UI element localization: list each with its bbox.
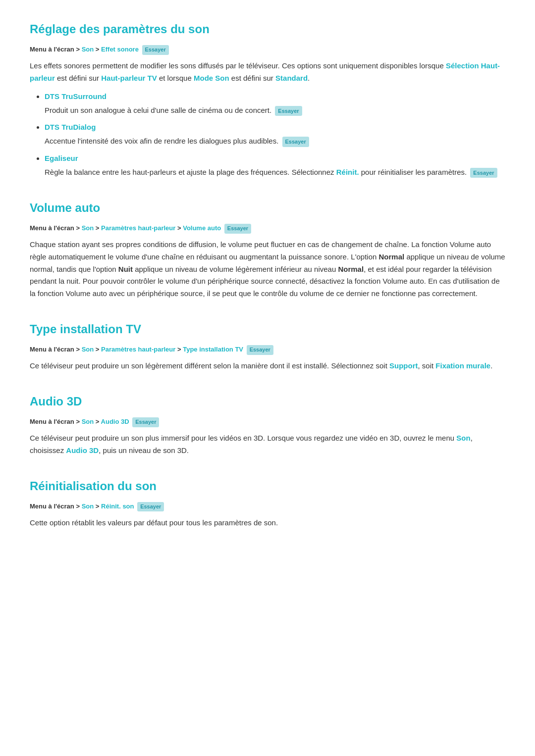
essayer-badge-reglage[interactable]: Essayer: [142, 45, 169, 55]
essayer-badge-trudialog[interactable]: Essayer: [282, 137, 309, 147]
breadcrumb-sep-r2: >: [96, 503, 101, 510]
dts-trudialog-title: DTS TruDialog: [45, 123, 96, 131]
section-type-installation-title: Type installation TV: [30, 320, 505, 339]
breadcrumb-son-r[interactable]: Son: [82, 503, 94, 510]
egaliseur-desc: Règle la balance entre les haut-parleurs…: [45, 166, 505, 179]
volume-auto-body: Chaque station ayant ses propres conditi…: [30, 239, 505, 300]
dts-trusurround-title: DTS TruSurround: [45, 92, 107, 101]
breadcrumb-prefix-a3d: Menu à l'écran: [30, 418, 74, 425]
breadcrumb-son[interactable]: Son: [82, 46, 94, 53]
breadcrumb-sep-va3: >: [177, 224, 183, 232]
highlight-reinit: Réinit.: [336, 168, 359, 176]
breadcrumb-param-hp-ti[interactable]: Paramètres haut-parleur: [101, 346, 175, 353]
dts-trudialog-desc: Accentue l'intensité des voix afin de re…: [45, 135, 505, 148]
essayer-badge-trusurround[interactable]: Essayer: [275, 106, 302, 116]
section-reglage-title: Réglage des paramètres du son: [30, 20, 505, 39]
breadcrumb-son-ti[interactable]: Son: [82, 346, 94, 353]
essayer-badge-egaliseur[interactable]: Essayer: [470, 168, 497, 178]
breadcrumb-prefix-ti: Menu à l'écran: [30, 346, 74, 353]
audio-3d-body: Ce téléviseur peut produire un son plus …: [30, 432, 505, 457]
breadcrumb-sep2: >: [96, 46, 101, 53]
breadcrumb-param-hp-va[interactable]: Paramètres haut-parleur: [101, 224, 175, 232]
section-audio-3d: Audio 3D Menu à l'écran > Son > Audio 3D…: [30, 392, 505, 457]
highlight-standard: Standard: [275, 74, 308, 82]
breadcrumb-son-a3d[interactable]: Son: [82, 418, 94, 425]
section-volume-auto-title: Volume auto: [30, 199, 505, 217]
breadcrumb-prefix-va: Menu à l'écran: [30, 224, 74, 232]
breadcrumb-sep1: >: [76, 46, 81, 53]
breadcrumb-reinitialisation: Menu à l'écran > Son > Réinit. son Essay…: [30, 502, 505, 512]
breadcrumb-son-va[interactable]: Son: [82, 224, 94, 232]
essayer-badge-audio-3d[interactable]: Essayer: [132, 417, 159, 427]
list-item-dts-trudialog: DTS TruDialog Accentue l'intensité des v…: [45, 121, 505, 148]
breadcrumb-sep-r1: >: [76, 503, 81, 510]
essayer-badge-reinitialisation[interactable]: Essayer: [137, 502, 164, 512]
breadcrumb-prefix: Menu à l'écran: [30, 46, 74, 53]
breadcrumb-sep-ti2: >: [96, 346, 101, 353]
section-reinitialisation: Réinitialisation du son Menu à l'écran >…: [30, 477, 505, 529]
reglage-body-text: Les effets sonores permettent de modifie…: [30, 60, 505, 85]
breadcrumb-sep-ti1: >: [76, 346, 81, 353]
highlight-mode-son: Mode Son: [194, 74, 229, 82]
section-volume-auto: Volume auto Menu à l'écran > Son > Param…: [30, 199, 505, 300]
breadcrumb-audio-3d: Menu à l'écran > Son > Audio 3D Essayer: [30, 417, 505, 427]
section-reglage: Réglage des paramètres du son Menu à l'é…: [30, 20, 505, 179]
breadcrumb-sep-a3d1: >: [76, 418, 81, 425]
dts-trusurround-desc: Produit un son analogue à celui d'une sa…: [45, 104, 505, 117]
breadcrumb-reinit-son-link[interactable]: Réinit. son: [101, 503, 134, 510]
essayer-badge-type-installation[interactable]: Essayer: [247, 345, 273, 355]
section-audio-3d-title: Audio 3D: [30, 392, 505, 411]
breadcrumb-sep-va1: >: [76, 224, 81, 232]
highlight-haut-parleur-tv: Haut-parleur TV: [101, 74, 157, 82]
section-type-installation: Type installation TV Menu à l'écran > So…: [30, 320, 505, 372]
highlight-normal: Normal: [379, 252, 405, 261]
highlight-selection-haut-parleur: Sélection Haut-parleur: [30, 61, 500, 82]
highlight-fixation-murale: Fixation murale: [435, 361, 490, 370]
egaliseur-title: Egaliseur: [45, 154, 78, 162]
breadcrumb-reglage: Menu à l'écran > Son > Effet sonore Essa…: [30, 45, 505, 55]
bullet-list-reglage: DTS TruSurround Produit un son analogue …: [30, 91, 505, 179]
reinitialisation-body: Cette option rétablit les valeurs par dé…: [30, 517, 505, 529]
list-item-egaliseur: Egaliseur Règle la balance entre les hau…: [45, 152, 505, 179]
breadcrumb-volume-auto: Menu à l'écran > Son > Paramètres haut-p…: [30, 223, 505, 234]
highlight-nuit: Nuit: [118, 265, 133, 273]
breadcrumb-type-installation: Menu à l'écran > Son > Paramètres haut-p…: [30, 345, 505, 355]
breadcrumb-audio-3d-link[interactable]: Audio 3D: [101, 418, 129, 425]
essayer-badge-volume-auto[interactable]: Essayer: [224, 224, 251, 234]
highlight-normal2: Normal: [338, 265, 364, 273]
highlight-support: Support: [389, 361, 418, 370]
list-item-dts-trusurround: DTS TruSurround Produit un son analogue …: [45, 91, 505, 117]
highlight-audio-3d: Audio 3D: [66, 446, 99, 454]
type-installation-body: Ce téléviseur peut produire un son légèr…: [30, 360, 505, 372]
breadcrumb-sep-va2: >: [96, 224, 101, 232]
breadcrumb-sep-ti3: >: [177, 346, 183, 353]
breadcrumb-effet-sonore[interactable]: Effet sonore: [101, 46, 139, 53]
breadcrumb-sep-a3d2: >: [96, 418, 101, 425]
breadcrumb-volume-auto-link[interactable]: Volume auto: [183, 224, 221, 232]
breadcrumb-type-installation-link[interactable]: Type installation TV: [183, 346, 243, 353]
section-reinitialisation-title: Réinitialisation du son: [30, 477, 505, 496]
breadcrumb-prefix-r: Menu à l'écran: [30, 503, 74, 510]
highlight-son-a3d: Son: [456, 434, 470, 442]
